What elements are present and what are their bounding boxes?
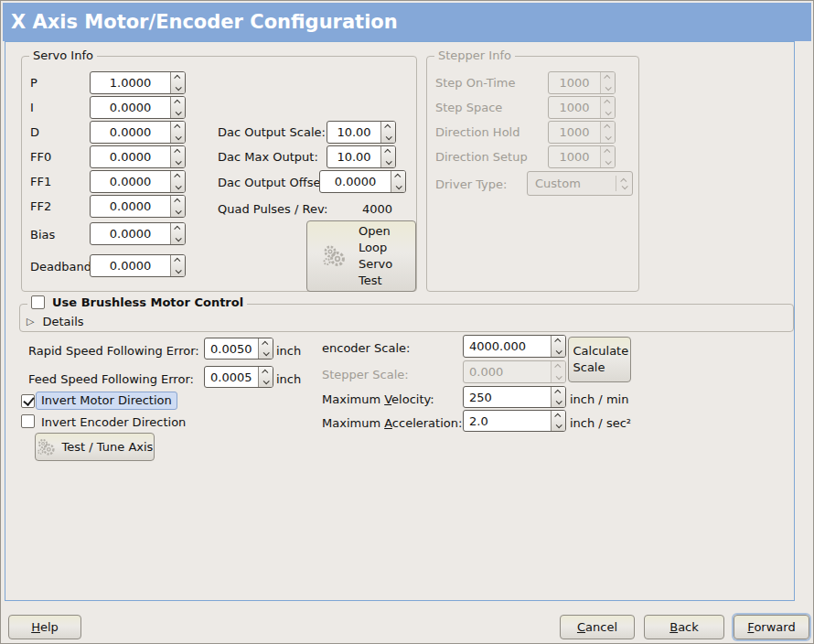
dac-output-scale-value[interactable]: 10.00 [327,122,380,143]
feed-following-error-spinbox[interactable]: 0.0005 [204,366,273,388]
spin-down-icon[interactable] [259,377,273,387]
bias-spinbox[interactable]: 0.0000 [90,222,186,245]
spin-up-icon[interactable] [552,387,565,397]
spin-buttons[interactable] [170,122,185,143]
cancel-button[interactable]: Cancel [560,615,635,639]
invert-encoder-checkbox[interactable] [21,414,35,428]
use-brushless-label[interactable]: Use Brushless Motor Control [52,295,243,309]
forward-button[interactable]: Forward [734,615,809,639]
ff2-spinbox[interactable]: 0.0000 [90,195,186,218]
maximum-velocity-value[interactable]: 250 [464,387,551,407]
rapid-following-error-spinbox[interactable]: 0.0050 [204,338,273,360]
spin-down-icon[interactable] [552,347,565,358]
d-spinbox[interactable]: 0.0000 [90,121,186,144]
maximum-velocity-spinbox[interactable]: 250 [463,386,566,408]
ff0-spinbox[interactable]: 0.0000 [90,145,186,168]
spin-buttons[interactable] [551,336,565,357]
spin-buttons[interactable] [170,196,185,217]
maximum-acceleration-spinbox[interactable]: 2.0 [463,410,566,432]
spin-buttons[interactable] [380,122,395,143]
spin-buttons[interactable] [551,387,565,407]
spin-buttons[interactable] [391,171,405,192]
spin-buttons[interactable] [258,338,273,359]
spin-buttons[interactable] [380,146,395,167]
invert-motor-checkbox[interactable] [21,394,35,408]
spin-down-icon[interactable] [171,157,185,168]
brushless-frame: Use Brushless Motor Control [19,304,794,332]
deadband-value[interactable]: 0.0000 [91,255,170,276]
calculate-scale-button[interactable]: Calculate Scale [568,337,631,382]
spin-down-icon[interactable] [171,108,185,119]
stepper-info-title: Stepper Info [434,48,515,63]
spin-buttons[interactable] [551,411,565,431]
invert-encoder-label[interactable]: Invert Encoder Direction [41,414,186,430]
spin-up-icon[interactable] [381,122,395,133]
dac-max-output-value[interactable]: 10.00 [327,146,380,167]
spin-down-icon[interactable] [171,83,185,94]
i-value[interactable]: 0.0000 [91,97,170,118]
spin-buttons[interactable] [258,367,273,387]
expander-triangle-icon[interactable]: ▷ [27,316,34,328]
spin-down-icon[interactable] [171,182,185,193]
dac-output-scale-spinbox[interactable]: 10.00 [327,121,396,144]
encoder-scale-spinbox[interactable]: 4000.000 [463,335,566,358]
spin-buttons[interactable] [170,146,185,167]
spin-up-icon[interactable] [171,97,185,108]
spin-down-icon[interactable] [171,234,185,245]
d-value[interactable]: 0.0000 [91,122,170,143]
ff1-spinbox[interactable]: 0.0000 [90,170,186,193]
back-button[interactable]: Back [644,615,724,639]
spin-up-icon[interactable] [171,122,185,133]
spin-up-icon[interactable] [259,367,273,377]
spin-down-icon[interactable] [552,397,565,407]
spin-up-icon[interactable] [381,146,395,157]
details-expander[interactable]: ▷ Details [27,315,84,328]
use-brushless-checkbox[interactable] [31,295,45,309]
test-tune-axis-button[interactable]: Test / Tune Axis [35,433,155,461]
spin-up-icon[interactable] [391,171,405,182]
bias-value[interactable]: 0.0000 [91,223,170,244]
spin-buttons[interactable] [170,171,185,192]
ff0-value[interactable]: 0.0000 [91,146,170,167]
dac-output-offset-value[interactable]: 0.0000 [320,171,391,192]
deadband-spinbox[interactable]: 0.0000 [90,254,186,277]
spin-buttons[interactable] [170,97,185,118]
p-value[interactable]: 1.0000 [91,72,170,93]
encoder-scale-value[interactable]: 4000.000 [464,336,551,357]
spin-up-icon[interactable] [259,338,273,349]
spin-up-icon[interactable] [171,223,185,234]
spin-up-icon[interactable] [552,336,565,347]
maximum-acceleration-value[interactable]: 2.0 [464,411,551,431]
spin-down-icon[interactable] [381,157,395,168]
spin-up-icon[interactable] [171,171,185,182]
servo-info-title: Servo Info [29,48,97,63]
spin-buttons[interactable] [170,72,185,93]
spin-up-icon[interactable] [552,411,565,421]
open-loop-servo-test-button[interactable]: Open Loop Servo Test [306,220,416,292]
spin-buttons[interactable] [170,255,185,276]
p-spinbox[interactable]: 1.0000 [90,71,186,94]
i-spinbox[interactable]: 0.0000 [90,96,186,119]
invert-motor-label[interactable]: Invert Motor Direction [36,392,177,410]
ff2-value[interactable]: 0.0000 [91,196,170,217]
spin-up-icon[interactable] [171,255,185,266]
spin-buttons[interactable] [170,223,185,244]
ff1-value[interactable]: 0.0000 [91,171,170,192]
details-label[interactable]: Details [42,315,83,328]
spin-down-icon[interactable] [259,349,273,359]
spin-up-icon[interactable] [171,146,185,157]
spin-down-icon[interactable] [171,207,185,218]
spin-up-icon[interactable] [171,196,185,207]
spin-down-icon[interactable] [552,421,565,431]
dac-max-output-spinbox[interactable]: 10.00 [327,145,396,168]
help-button[interactable]: Help [8,615,81,639]
cancel-label: Cancel [577,620,617,634]
spin-down-icon[interactable] [381,133,395,144]
rapid-following-error-value[interactable]: 0.0050 [205,338,258,359]
spin-up-icon[interactable] [171,72,185,83]
feed-following-error-value[interactable]: 0.0005 [205,367,258,387]
spin-down-icon[interactable] [391,182,405,193]
spin-down-icon[interactable] [171,133,185,144]
dac-output-offset-spinbox[interactable]: 0.0000 [319,170,406,193]
spin-down-icon[interactable] [171,266,185,277]
